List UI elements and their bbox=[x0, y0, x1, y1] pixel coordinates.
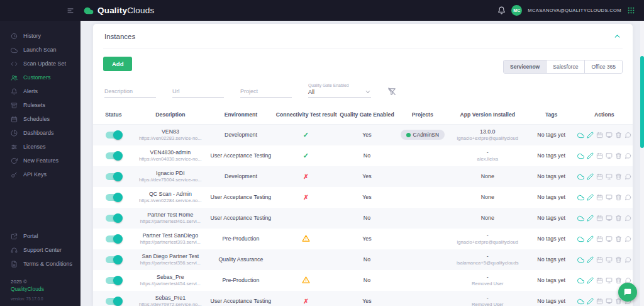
schedule-icon[interactable] bbox=[596, 235, 603, 242]
chat-button[interactable] bbox=[618, 283, 637, 302]
schedule-icon[interactable] bbox=[596, 132, 603, 139]
sidebar-item-rulesets[interactable]: Rulesets bbox=[0, 98, 80, 112]
schedule-icon[interactable] bbox=[596, 152, 603, 159]
sidebar-item-scan-update-set[interactable]: Scan Update Set bbox=[0, 57, 80, 71]
connectivity-cell: ✓ bbox=[275, 125, 337, 145]
edit-icon[interactable] bbox=[587, 215, 594, 222]
quality-gate-select[interactable]: All bbox=[308, 88, 371, 98]
status-toggle[interactable] bbox=[106, 152, 121, 159]
comment-icon[interactable] bbox=[625, 132, 631, 139]
schedule-icon[interactable] bbox=[596, 298, 603, 305]
devices-icon[interactable] bbox=[606, 298, 613, 305]
edit-icon[interactable] bbox=[587, 173, 594, 180]
schedule-icon[interactable] bbox=[596, 215, 603, 222]
row-actions bbox=[577, 194, 631, 201]
delete-icon[interactable] bbox=[615, 132, 622, 139]
add-button[interactable]: Add bbox=[103, 57, 132, 71]
devices-icon[interactable] bbox=[606, 215, 613, 222]
scrollbar-thumb[interactable] bbox=[640, 56, 644, 148]
url-filter-input[interactable] bbox=[172, 86, 224, 98]
status-toggle[interactable] bbox=[106, 235, 121, 242]
devices-icon[interactable] bbox=[606, 256, 613, 263]
comment-icon[interactable] bbox=[625, 215, 631, 222]
edit-icon[interactable] bbox=[587, 152, 594, 159]
copyright-brand[interactable]: QualityClouds bbox=[11, 286, 70, 292]
devices-icon[interactable] bbox=[606, 235, 613, 242]
devices-icon[interactable] bbox=[606, 173, 613, 180]
project-filter-input[interactable] bbox=[240, 86, 292, 98]
status-toggle[interactable] bbox=[106, 194, 121, 201]
sidebar-item-customers[interactable]: Customers bbox=[0, 71, 80, 84]
sidebar-item-history[interactable]: History bbox=[0, 29, 80, 43]
devices-icon[interactable] bbox=[606, 152, 613, 159]
devices-icon[interactable] bbox=[606, 132, 613, 139]
launch-scan-action-icon[interactable] bbox=[577, 152, 584, 159]
status-toggle[interactable] bbox=[106, 215, 121, 222]
schedule-icon[interactable] bbox=[596, 194, 603, 201]
status-toggle[interactable] bbox=[106, 256, 121, 263]
delete-icon[interactable] bbox=[615, 235, 622, 242]
sidebar-item-support-center[interactable]: Support Center bbox=[0, 243, 80, 257]
sidebar-item-dashboards[interactable]: Dashboards bbox=[0, 126, 80, 140]
edit-icon[interactable] bbox=[587, 256, 594, 263]
schedule-icon[interactable] bbox=[596, 256, 603, 263]
status-toggle[interactable] bbox=[106, 132, 121, 139]
edit-icon[interactable] bbox=[587, 235, 594, 242]
devices-icon[interactable] bbox=[606, 194, 613, 201]
delete-icon[interactable] bbox=[615, 152, 622, 159]
comment-icon[interactable] bbox=[625, 173, 631, 180]
project-chip[interactable]: CAdminSN bbox=[401, 130, 445, 140]
edit-icon[interactable] bbox=[587, 298, 594, 305]
apps-grid-icon[interactable] bbox=[627, 6, 635, 14]
clear-filters-icon[interactable] bbox=[387, 87, 396, 96]
brand-logo[interactable]: QualityClouds bbox=[83, 6, 154, 16]
collapse-chevron-icon[interactable] bbox=[613, 32, 621, 40]
cross-icon: ✗ bbox=[303, 194, 308, 201]
schedule-icon[interactable] bbox=[596, 277, 603, 284]
launch-scan-action-icon[interactable] bbox=[577, 235, 584, 242]
sidebar-item-api-keys[interactable]: API Keys bbox=[0, 167, 80, 181]
edit-icon[interactable] bbox=[587, 132, 594, 139]
status-toggle[interactable] bbox=[106, 298, 121, 305]
actions-cell bbox=[575, 208, 633, 229]
delete-icon[interactable] bbox=[615, 256, 622, 263]
launch-scan-action-icon[interactable] bbox=[577, 256, 584, 263]
launch-scan-action-icon[interactable] bbox=[577, 194, 584, 201]
delete-icon[interactable] bbox=[615, 194, 622, 201]
edit-icon[interactable] bbox=[587, 277, 594, 284]
schedule-icon[interactable] bbox=[596, 173, 603, 180]
sidebar-item-schedules[interactable]: Schedules bbox=[0, 112, 80, 126]
launch-scan-action-icon[interactable] bbox=[577, 277, 584, 284]
comment-icon[interactable] bbox=[625, 235, 631, 242]
status-toggle[interactable] bbox=[106, 277, 121, 284]
launch-scan-action-icon[interactable] bbox=[577, 132, 584, 139]
platform-tab-servicenow[interactable]: Servicenow bbox=[504, 60, 546, 73]
launch-scan-action-icon[interactable] bbox=[577, 173, 584, 180]
notifications-bell-icon[interactable] bbox=[497, 6, 506, 14]
comment-icon[interactable] bbox=[625, 256, 631, 263]
projects-cell bbox=[397, 166, 448, 187]
user-avatar[interactable]: MC bbox=[511, 5, 522, 16]
comment-icon[interactable] bbox=[625, 152, 631, 159]
sidebar-item-terms-conditions[interactable]: Terms & Conditions bbox=[0, 257, 80, 271]
sidebar-item-licenses[interactable]: Licenses bbox=[0, 140, 80, 154]
sidebar-item-alerts[interactable]: Alerts bbox=[0, 84, 80, 98]
delete-icon[interactable] bbox=[615, 277, 622, 284]
sidebar-item-portal[interactable]: Portal bbox=[0, 229, 80, 243]
launch-scan-action-icon[interactable] bbox=[577, 298, 584, 305]
status-toggle[interactable] bbox=[106, 173, 121, 180]
description-filter-input[interactable] bbox=[104, 86, 156, 98]
scrollbar-track[interactable] bbox=[640, 21, 644, 306]
comment-icon[interactable] bbox=[625, 194, 631, 201]
delete-icon[interactable] bbox=[615, 215, 622, 222]
sidebar-item-new-features[interactable]: New Features bbox=[0, 154, 80, 167]
platform-tab-salesforce[interactable]: Salesforce bbox=[546, 60, 584, 73]
tags-cell: No tags yet bbox=[527, 291, 576, 306]
devices-icon[interactable] bbox=[606, 277, 613, 284]
sidebar-item-launch-scan[interactable]: Launch Scan bbox=[0, 43, 80, 57]
menu-fold-icon[interactable] bbox=[66, 7, 75, 14]
launch-scan-action-icon[interactable] bbox=[577, 215, 584, 222]
edit-icon[interactable] bbox=[587, 194, 594, 201]
platform-tab-office-365[interactable]: Office 365 bbox=[584, 60, 622, 73]
delete-icon[interactable] bbox=[615, 173, 622, 180]
